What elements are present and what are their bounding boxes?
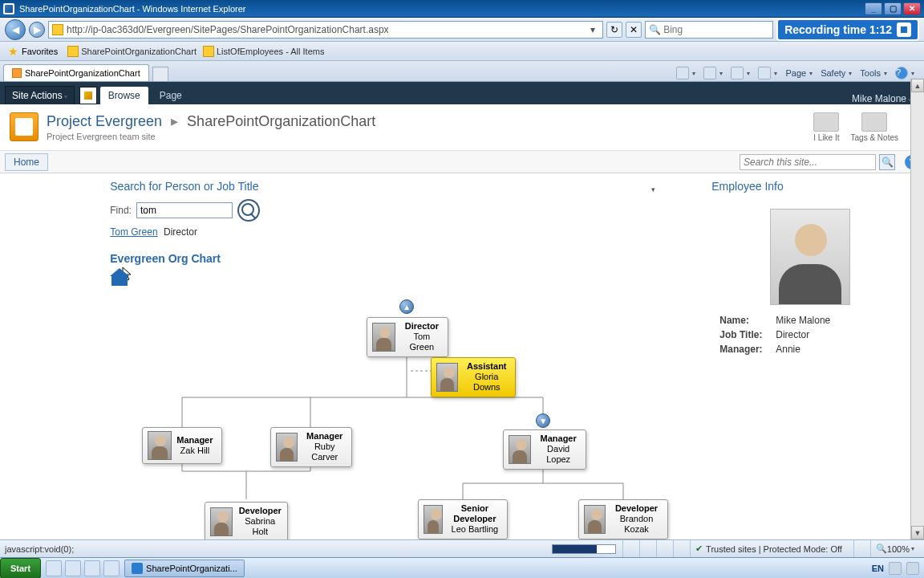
node-mgr2[interactable]: ManagerRuby Carver xyxy=(270,427,352,467)
nav-up-button[interactable]: ▲ xyxy=(399,299,414,314)
star-icon: ★ xyxy=(8,45,18,58)
scroll-up-button[interactable]: ▲ xyxy=(911,79,924,92)
taskbar-app-button[interactable]: SharePointOrganizati... xyxy=(124,560,245,577)
user-menu[interactable]: Mike Malone xyxy=(844,93,919,104)
like-icon xyxy=(813,112,839,132)
recording-indicator[interactable]: Recording time 1:12 xyxy=(776,18,919,41)
nav-down-button[interactable]: ▼ xyxy=(536,413,550,428)
node-assistant[interactable]: AssistantGloria Downs xyxy=(431,357,516,397)
cmd-print-button[interactable] xyxy=(758,67,777,79)
forward-button[interactable]: ▶ xyxy=(29,22,45,38)
browser-tab[interactable]: SharePointOrganizationChart xyxy=(3,64,149,81)
cmd-mail-button[interactable] xyxy=(731,67,750,79)
cmd-tools-menu[interactable]: Tools xyxy=(860,68,887,78)
node-mgr3[interactable]: ManagerDavid Lopez xyxy=(503,429,586,470)
find-input[interactable] xyxy=(136,202,233,218)
browser-search-box[interactable]: 🔍 xyxy=(645,21,773,39)
status-separator xyxy=(639,540,650,558)
find-label: Find: xyxy=(110,205,132,216)
refresh-button[interactable]: ↻ xyxy=(606,22,622,38)
orgchart-heading: Evergreen Org Chart xyxy=(110,252,703,265)
result-name-link[interactable]: Tom Green xyxy=(110,226,157,238)
i-like-it-button[interactable]: I Like It xyxy=(813,112,839,142)
url-input[interactable] xyxy=(67,24,586,35)
orgchart-home-button[interactable] xyxy=(110,271,129,287)
quicklaunch-icon[interactable] xyxy=(84,560,100,576)
ribbon-tab-browse[interactable]: Browse xyxy=(100,87,148,104)
node-dev1[interactable]: DeveloperSabrina Holt xyxy=(205,502,288,542)
cmd-page-menu[interactable]: Page xyxy=(785,68,813,78)
node-dev3[interactable]: DeveloperBrandon Kozak xyxy=(578,499,668,539)
find-search-button[interactable] xyxy=(237,199,260,222)
quicklaunch-icon[interactable] xyxy=(103,560,120,576)
status-separator xyxy=(656,540,667,558)
topnav-home[interactable]: Home xyxy=(5,153,48,171)
avatar-icon xyxy=(584,505,605,534)
stop-button[interactable]: ✕ xyxy=(626,22,642,38)
favbar-link-orgchart[interactable]: SharePointOrganizationChart xyxy=(67,46,197,57)
node-mgr1[interactable]: ManagerZak Hill xyxy=(142,427,222,464)
scroll-down-button[interactable]: ▼ xyxy=(911,526,924,539)
avatar-icon xyxy=(509,435,531,464)
cmd-feeds-button[interactable] xyxy=(703,67,723,79)
avatar-icon xyxy=(372,323,395,352)
status-security-zone[interactable]: ✔ Trusted sites | Protected Mode: Off xyxy=(690,540,847,558)
ie-icon xyxy=(132,563,143,574)
site-logo-icon[interactable] xyxy=(10,112,38,141)
site-search-button[interactable]: 🔍 xyxy=(879,154,895,170)
cmd-home-button[interactable] xyxy=(676,67,695,79)
emp-manager-value: Annie xyxy=(776,344,800,355)
avatar-icon xyxy=(148,431,172,460)
favorites-button[interactable]: ★ Favorites xyxy=(5,43,61,59)
tray-icon[interactable] xyxy=(889,562,902,575)
start-button[interactable]: Start xyxy=(0,558,41,579)
recording-label: Recording time 1:12 xyxy=(784,23,892,36)
search-provider-icon: 🔍 xyxy=(649,24,660,35)
tray-icon[interactable] xyxy=(906,562,919,575)
breadcrumb-project[interactable]: Project Evergreen xyxy=(47,113,162,129)
address-bar[interactable]: ▾ xyxy=(48,21,603,39)
minimize-button[interactable]: _ xyxy=(865,2,882,15)
search-result-row: Tom Green Director xyxy=(110,226,703,238)
progress-bar xyxy=(552,544,616,554)
employee-photo xyxy=(770,209,850,305)
favlink-icon xyxy=(203,46,214,57)
language-indicator[interactable]: EN xyxy=(872,564,884,573)
address-dropdown[interactable]: ▾ xyxy=(586,24,599,35)
node-dev2[interactable]: Senior DeveloperLeo Bartling xyxy=(418,499,508,539)
site-actions-menu[interactable]: Site Actions xyxy=(5,86,75,104)
favlink-label: SharePointOrganizationChart xyxy=(81,47,197,56)
tags-notes-button[interactable]: Tags & Notes xyxy=(851,112,898,142)
vertical-scrollbar[interactable]: ▲ ▼ xyxy=(910,79,924,539)
webpart-menu-icon[interactable]: ▾ xyxy=(651,185,655,193)
mail-icon xyxy=(731,67,744,79)
node-director[interactable]: DirectorTom Green xyxy=(367,317,448,357)
recording-stop-icon[interactable] xyxy=(897,22,911,37)
maximize-button[interactable]: ▢ xyxy=(884,2,902,15)
zoom-level[interactable]: 🔍 100% xyxy=(870,540,919,558)
site-search-input[interactable] xyxy=(740,154,876,170)
rss-icon xyxy=(703,67,716,79)
browser-search-input[interactable] xyxy=(663,24,760,35)
breadcrumb: Project Evergreen ▸ SharePointOrganizati… xyxy=(47,112,797,130)
avatar-icon xyxy=(210,507,233,536)
new-tab-button[interactable] xyxy=(152,67,168,81)
avatar-icon xyxy=(424,505,442,534)
close-button[interactable]: ✕ xyxy=(903,2,921,15)
favbar-link-listofemployees[interactable]: ListOfEmployees - All Items xyxy=(203,46,325,57)
status-separator xyxy=(622,540,633,558)
status-separator xyxy=(853,540,864,558)
back-button[interactable]: ◀ xyxy=(5,19,26,40)
quicklaunch-icon[interactable] xyxy=(46,560,62,576)
org-chart: ▲ DirectorTom Green AssistantGloria Down… xyxy=(110,295,703,568)
cmd-help-button[interactable]: ? xyxy=(895,67,914,79)
search-heading: Search for Person or Job Title xyxy=(110,180,258,193)
quicklaunch-icon[interactable] xyxy=(65,560,81,576)
breadcrumb-page: SharePointOrganizationChart xyxy=(187,113,375,129)
ribbon-tab-page[interactable]: Page xyxy=(152,87,190,104)
home-icon xyxy=(676,67,689,79)
favorites-label: Favorites xyxy=(22,47,58,56)
navigate-up-button[interactable] xyxy=(79,87,97,104)
emp-manager-label: Manager: xyxy=(719,344,776,355)
cmd-safety-menu[interactable]: Safety xyxy=(821,68,852,78)
